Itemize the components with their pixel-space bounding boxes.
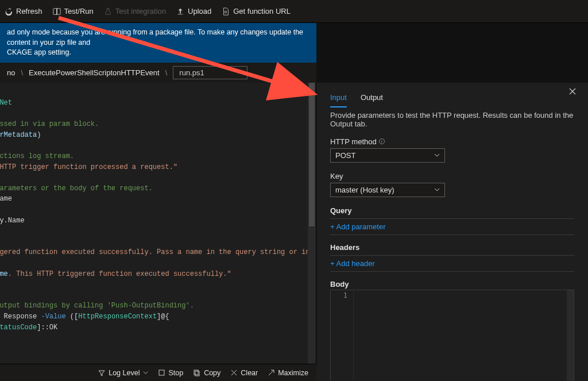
body-label: Body	[330, 280, 574, 288]
filter-icon	[98, 370, 105, 376]
tab-output[interactable]: Output	[361, 90, 383, 107]
readonly-notice: ad only mode because you are running fro…	[0, 23, 316, 63]
refresh-button[interactable]: Refresh	[5, 7, 42, 16]
stop-label: Stop	[168, 369, 183, 377]
testrun-button[interactable]: Test/Run	[53, 7, 94, 16]
main-split: System.Net are passed in via param block…	[0, 83, 588, 382]
add-parameter-link[interactable]: + Add parameter	[330, 221, 574, 235]
chevron-down-icon	[434, 187, 440, 193]
clear-label: Clear	[241, 369, 258, 377]
svg-rect-4	[194, 370, 198, 375]
maximize-label: Maximize	[278, 369, 308, 377]
svg-rect-2	[159, 370, 164, 375]
copy-button[interactable]: Copy	[194, 369, 220, 377]
loglevel-button[interactable]: Log Level	[98, 369, 148, 377]
stop-icon	[158, 370, 165, 376]
top-toolbar: Refresh Test/Run Test integration Upload…	[0, 0, 588, 23]
http-method-value: POST	[335, 151, 355, 160]
tab-input[interactable]: Input	[330, 90, 347, 107]
body-scrollbar[interactable]	[567, 290, 574, 382]
file-dropdown-value: run.ps1	[179, 68, 204, 77]
chevron-down-icon	[238, 70, 243, 75]
copy-label: Copy	[204, 369, 220, 377]
panel-description: Provide parameters to test the HTTP requ…	[330, 111, 574, 128]
upload-label: Upload	[188, 7, 211, 16]
refresh-label: Refresh	[16, 7, 42, 16]
breadcrumb-func[interactable]: ExecutePowerShellScriptonHTTPEvent	[29, 68, 160, 77]
copy-icon	[194, 370, 200, 376]
close-icon	[568, 87, 577, 95]
testrun-label: Test/Run	[64, 7, 94, 16]
key-value: master (Host key)	[335, 186, 394, 194]
breadcrumb-app[interactable]: no	[7, 68, 15, 77]
upload-icon	[176, 7, 184, 16]
testintegration-button: Test integration	[104, 7, 166, 16]
upload-button[interactable]: Upload	[176, 7, 211, 16]
headers-label: Headers	[330, 243, 574, 256]
body-textarea[interactable]	[354, 290, 574, 382]
refresh-icon	[5, 7, 13, 16]
loglevel-label: Log Level	[109, 369, 140, 377]
panel-tabs: Input Output	[330, 90, 574, 107]
chevron-down-icon	[143, 370, 148, 375]
maximize-icon	[268, 370, 274, 376]
info-icon[interactable]: i	[379, 138, 385, 144]
close-button[interactable]	[568, 87, 577, 95]
link-file-icon	[222, 7, 230, 16]
clear-icon	[231, 370, 237, 376]
file-dropdown[interactable]: run.ps1	[173, 66, 247, 79]
code-content: System.Net are passed in via param block…	[0, 83, 316, 348]
query-label: Query	[330, 206, 574, 219]
notice-line1: ad only mode because you are running fro…	[7, 28, 303, 47]
getfuncurl-label: Get function URL	[233, 7, 291, 16]
body-editor[interactable]: 1	[330, 290, 574, 382]
tab-icon	[53, 7, 61, 16]
stop-button[interactable]: Stop	[158, 369, 183, 377]
getfuncurl-button[interactable]: Get function URL	[222, 7, 291, 16]
http-method-label: HTTP method i	[330, 137, 574, 146]
testintegration-label: Test integration	[115, 7, 166, 16]
breadcrumb-sep: \	[165, 68, 168, 77]
svg-rect-1	[56, 8, 57, 14]
chevron-down-icon	[434, 152, 440, 158]
key-label: Key	[330, 172, 574, 180]
key-select[interactable]: master (Host key)	[330, 183, 445, 197]
breadcrumb: no \ ExecutePowerShellScriptonHTTPEvent …	[0, 63, 316, 83]
http-method-select[interactable]: POST	[330, 148, 445, 163]
log-toolbar: Log Level Stop Copy Clear Maximize	[0, 364, 316, 381]
add-header-link[interactable]: + Add header	[330, 258, 574, 272]
test-panel: Input Output Provide parameters to test …	[316, 83, 588, 382]
body-line-gutter: 1	[331, 290, 354, 382]
editor-scrollbar[interactable]	[308, 83, 316, 382]
notice-line2: CKAGE app setting.	[7, 48, 71, 56]
code-editor[interactable]: System.Net are passed in via param block…	[0, 83, 316, 382]
maximize-button[interactable]: Maximize	[268, 369, 308, 377]
flask-icon	[104, 7, 112, 16]
svg-rect-3	[195, 371, 199, 376]
clear-button[interactable]: Clear	[231, 369, 258, 377]
breadcrumb-sep: \	[21, 68, 23, 77]
scrollbar-thumb[interactable]	[309, 83, 315, 226]
